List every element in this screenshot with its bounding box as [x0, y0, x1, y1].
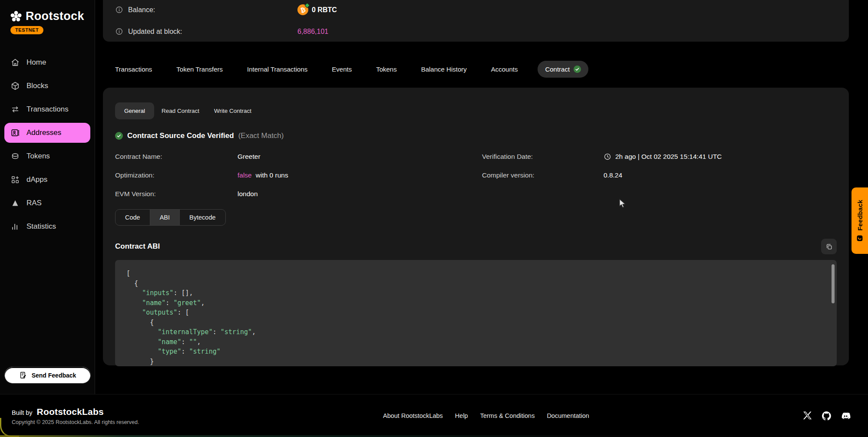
copy-abi-button[interactable] [821, 239, 837, 254]
sidebar-item-tokens[interactable]: Tokens [4, 146, 90, 166]
send-feedback-label: Send Feedback [32, 372, 76, 379]
contact-card-icon [10, 128, 20, 138]
sidebar-item-label: Statistics [26, 222, 56, 231]
rootstock-flower-icon [10, 10, 23, 23]
abi-title: Contract ABI [115, 242, 160, 251]
discord-icon[interactable] [840, 411, 851, 421]
info-icon[interactable] [115, 27, 123, 36]
compiler-version-value: 0.8.24 [604, 171, 622, 179]
brand-logo[interactable]: Rootstock TESTNET [0, 0, 95, 34]
info-icon[interactable] [115, 6, 123, 14]
sidebar-item-home[interactable]: Home [4, 53, 90, 72]
copyright-text: Copyright © 2025 RootstockLabs. All righ… [12, 419, 255, 425]
subtab-general[interactable]: General [115, 102, 154, 119]
tab-accounts[interactable]: Accounts [491, 66, 518, 73]
sidebar-item-dapps[interactable]: dApps [4, 170, 90, 190]
bottom-gradient-strip [0, 435, 868, 437]
sidebar-item-label: Tokens [26, 152, 50, 161]
tab-token-transfers[interactable]: Token Transfers [176, 66, 223, 73]
optimization-row: Optimization: false with 0 runs [115, 166, 482, 184]
feedback-form-icon [19, 371, 27, 379]
verified-check-icon [115, 132, 123, 140]
home-icon [10, 58, 20, 67]
sidebar-item-label: Home [26, 58, 46, 67]
updated-block-row: Updated at block: 6,886,101 [115, 27, 837, 36]
footer-links: About RootstockLabs Help Terms & Conditi… [383, 412, 589, 419]
contract-name-row: Contract Name: Greeter [115, 147, 482, 166]
abi-header: Contract ABI [115, 239, 837, 254]
x-twitter-icon[interactable] [802, 411, 813, 421]
sidebar-item-statistics[interactable]: Statistics [4, 217, 90, 237]
coin-icon [10, 151, 20, 161]
tab-contract[interactable]: Contract [538, 61, 588, 78]
segment-code[interactable]: Code [116, 210, 150, 225]
clock-icon [604, 153, 611, 161]
tab-events[interactable]: Events [332, 66, 352, 73]
abi-code-content: [ { "inputs": [], "name": "greet", "outp… [126, 269, 825, 366]
brand-name: Rootstock [26, 10, 84, 23]
cube-icon [10, 81, 20, 91]
verification-date-row: Verification Date: 2h ago | Oct 02 2025 … [482, 147, 837, 166]
sidebar: Rootstock TESTNET Home Blocks [0, 0, 95, 394]
subtab-write-contract[interactable]: Write Contract [207, 102, 259, 119]
sidebar-item-ras[interactable]: RAS [4, 193, 90, 213]
feedback-side-tab[interactable]: Feedback [851, 187, 868, 254]
contract-name-value: Greeter [238, 153, 261, 161]
tab-transactions[interactable]: Transactions [115, 66, 152, 73]
sidebar-item-label: Blocks [26, 82, 48, 90]
footer-link-about[interactable]: About RootstockLabs [383, 412, 443, 419]
subtab-read-contract[interactable]: Read Contract [154, 102, 207, 119]
copy-icon [825, 243, 833, 250]
tab-internal-transactions[interactable]: Internal Transactions [247, 66, 307, 73]
sidebar-item-blocks[interactable]: Blocks [4, 76, 90, 96]
main-content: Balance: ₿ 0 RBTC Updated at block: 6,88… [95, 0, 868, 394]
verified-check-icon [574, 66, 581, 73]
grid-plus-icon [10, 175, 20, 184]
evm-version-value: london [238, 190, 258, 198]
balance-label: Balance: [128, 6, 155, 14]
send-feedback-button[interactable]: Send Feedback [4, 367, 91, 384]
sidebar-item-transactions[interactable]: Transactions [4, 99, 90, 119]
swap-arrows-icon [10, 105, 20, 114]
evm-version-label: EVM Version: [115, 190, 238, 198]
testnet-badge: TESTNET [10, 26, 43, 34]
tab-tokens[interactable]: Tokens [376, 66, 397, 73]
content-area: Rootstock TESTNET Home Blocks [0, 0, 868, 394]
sidebar-item-label: Addresses [26, 128, 61, 137]
footer-socials [802, 411, 856, 421]
verified-match-type: (Exact Match) [238, 131, 284, 140]
tab-balance-history[interactable]: Balance History [421, 66, 467, 73]
sidebar-item-addresses[interactable]: Addresses [4, 123, 90, 143]
contract-details: Contract Name: Greeter Optimization: fal… [115, 147, 837, 203]
block-number-link[interactable]: 6,886,101 [297, 28, 328, 36]
footer-link-terms[interactable]: Terms & Conditions [480, 412, 535, 419]
github-icon[interactable] [821, 411, 832, 421]
rbtc-coin-icon: ₿ [297, 4, 308, 15]
sidebar-item-label: dApps [26, 175, 47, 184]
verification-date-label: Verification Date: [482, 153, 604, 161]
feedback-tab-label: Feedback [856, 200, 864, 231]
segment-abi[interactable]: ABI [150, 210, 180, 225]
compiler-version-row: Compiler version: 0.8.24 [482, 166, 837, 184]
contract-panel: General Read Contract Write Contract Con… [103, 88, 849, 365]
optimization-label: Optimization: [115, 171, 238, 179]
built-by-text: Built by [12, 409, 33, 416]
abi-code-block[interactable]: [ { "inputs": [], "name": "greet", "outp… [115, 260, 837, 366]
triangle-icon [10, 198, 20, 208]
contract-name-label: Contract Name: [115, 153, 238, 161]
segment-bytecode[interactable]: Bytecode [180, 210, 225, 225]
footer: Built by RootstockLabs Copyright © 2025 … [0, 394, 868, 437]
footer-link-help[interactable]: Help [455, 412, 468, 419]
sidebar-item-label: Transactions [26, 105, 69, 114]
code-scrollbar-thumb[interactable] [832, 264, 835, 303]
optimization-value: false with 0 runs [238, 171, 288, 179]
contract-subtabs: General Read Contract Write Contract [115, 102, 837, 119]
bar-chart-icon [10, 222, 20, 231]
feedback-bubble-icon [856, 235, 863, 242]
address-summary-card: Balance: ₿ 0 RBTC Updated at block: 6,88… [103, 0, 849, 42]
rootstocklabs-brand[interactable]: RootstockLabs [37, 407, 104, 417]
footer-link-documentation[interactable]: Documentation [547, 412, 589, 419]
updated-block-label: Updated at block: [128, 28, 182, 36]
address-tabs: Transactions Token Transfers Internal Tr… [103, 56, 849, 82]
code-view-switch: Code ABI Bytecode [115, 209, 226, 226]
